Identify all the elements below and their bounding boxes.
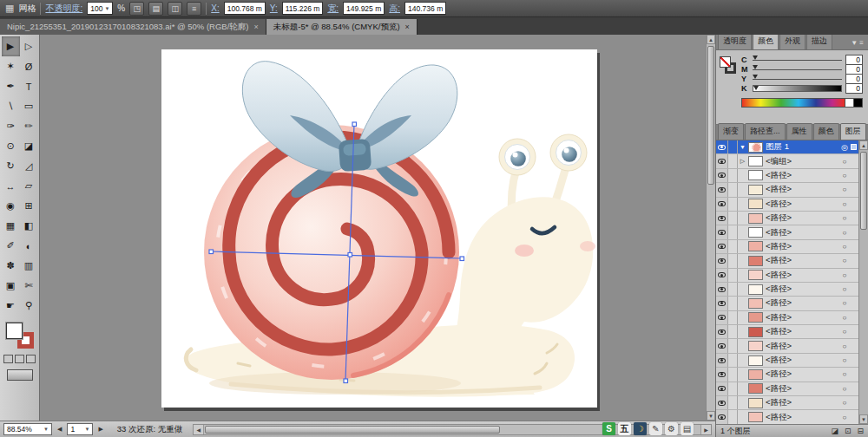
lock-toggle[interactable] [728, 154, 738, 167]
layer-label[interactable]: <路径> [766, 383, 838, 395]
target-circle-icon[interactable]: ◎ [838, 143, 851, 152]
fill-color-swatch[interactable] [6, 323, 23, 339]
lock-toggle[interactable] [728, 410, 738, 423]
layer-label[interactable]: <路径> [766, 397, 838, 408]
layer-label[interactable]: <路径> [766, 170, 838, 181]
visibility-toggle[interactable] [716, 325, 728, 338]
target-circle-icon[interactable]: ○ [838, 399, 851, 407]
target-circle-icon[interactable]: ○ [838, 328, 851, 336]
scroll-left-icon[interactable]: ◀ [194, 425, 204, 434]
new-layer-icon[interactable]: ⊡ [845, 427, 852, 435]
visibility-toggle[interactable] [716, 382, 728, 395]
lock-toggle[interactable] [728, 240, 738, 253]
channel-slider[interactable] [753, 55, 842, 63]
white-swatch[interactable] [845, 98, 854, 108]
channel-slider[interactable] [753, 85, 842, 92]
height-label[interactable]: 高: [389, 3, 400, 15]
y-label[interactable]: Y: [270, 3, 278, 13]
width-label[interactable]: 宽: [327, 3, 339, 15]
align-options-icon[interactable]: ≡ [187, 2, 201, 16]
column-graph-tool[interactable]: ▥ [20, 256, 38, 276]
path-row[interactable]: <路径>○ [716, 225, 858, 239]
canvas-area[interactable]: ▲ ▼ [40, 35, 715, 421]
style-icon[interactable]: ◳ [129, 2, 144, 16]
vertical-scroll-thumb[interactable] [707, 46, 714, 185]
lock-toggle[interactable] [728, 140, 738, 153]
delete-layer-icon[interactable]: ⊟ [857, 427, 864, 435]
target-circle-icon[interactable]: ○ [838, 200, 851, 208]
draw-inside-button[interactable] [26, 355, 36, 363]
lock-toggle[interactable] [728, 396, 738, 409]
layer-label[interactable]: <路径> [766, 199, 838, 210]
artboard-number-select[interactable]: 1 ▼ [67, 423, 93, 435]
target-circle-icon[interactable]: ○ [838, 414, 851, 421]
color-group-tab-4[interactable]: 描边 [806, 33, 832, 49]
opacity-label[interactable]: 不透明度: [45, 3, 82, 15]
layer-label[interactable]: <编组> [766, 156, 838, 167]
target-circle-icon[interactable]: ○ [838, 257, 851, 264]
first-artboard-icon[interactable]: ◀ [56, 426, 63, 433]
scroll-down-icon[interactable]: ▼ [859, 414, 868, 424]
lasso-tool[interactable]: Ø [20, 56, 38, 76]
blob-brush-tool[interactable]: ⊙ [2, 136, 20, 156]
scroll-down-icon[interactable]: ▼ [707, 411, 715, 421]
artboard-tool[interactable]: ▣ [2, 276, 20, 296]
lock-toggle[interactable] [728, 212, 738, 225]
target-circle-icon[interactable]: ○ [838, 342, 851, 350]
lock-toggle[interactable] [728, 254, 738, 267]
chevron-down-icon[interactable]: ▼ [104, 6, 109, 11]
lock-toggle[interactable] [728, 368, 738, 381]
target-circle-icon[interactable]: ○ [838, 229, 851, 237]
layer-label[interactable]: <路径> [766, 326, 838, 337]
vertical-scrollbar[interactable]: ▲ ▼ [706, 35, 715, 421]
lock-toggle[interactable] [728, 382, 738, 395]
path-row[interactable]: <路径>○ [716, 311, 858, 325]
shape-builder-tool[interactable]: ◉ [2, 196, 20, 216]
layers-group-tab-3[interactable]: 属性 [786, 123, 812, 140]
fill-mini-swatch[interactable] [720, 56, 731, 68]
visibility-toggle[interactable] [716, 396, 728, 409]
lock-toggle[interactable] [728, 339, 738, 352]
type-tool[interactable]: T [20, 76, 38, 96]
target-circle-icon[interactable]: ○ [838, 356, 851, 364]
group-row[interactable]: ▷<编组>○ [716, 154, 858, 168]
path-row[interactable]: <路径>○ [716, 325, 858, 339]
visibility-toggle[interactable] [716, 198, 728, 211]
make-clipping-mask-icon[interactable]: ◪ [831, 427, 838, 435]
pencil-tool[interactable]: ✏ [20, 116, 38, 136]
lock-toggle[interactable] [728, 311, 738, 324]
selection-tool[interactable]: ▶ [2, 36, 20, 56]
path-row[interactable]: <路径>○ [716, 254, 858, 268]
layer-label[interactable]: <路径> [766, 227, 838, 238]
blend-tool[interactable]: ◐ [20, 236, 38, 256]
visibility-toggle[interactable] [716, 269, 728, 282]
lock-toggle[interactable] [728, 325, 738, 338]
layers-group-tab-1[interactable]: 渐变 [718, 123, 744, 140]
gradient-tool[interactable]: ◧ [20, 216, 38, 236]
close-tab-icon[interactable]: × [253, 23, 258, 31]
visibility-toggle[interactable] [716, 410, 728, 423]
visibility-toggle[interactable] [716, 212, 728, 225]
layer-label[interactable]: <路径> [766, 270, 838, 281]
path-row[interactable]: <路径>○ [716, 283, 858, 297]
free-transform-tool[interactable]: ▱ [20, 176, 38, 196]
layer-row[interactable]: ▼图层 1◎ [716, 140, 858, 154]
artboard[interactable] [161, 49, 597, 408]
night-mode-icon[interactable]: ☽ [634, 422, 647, 435]
path-row[interactable]: <路径>○ [716, 410, 858, 424]
width-input[interactable]: 149.925 m [343, 2, 385, 15]
close-tab-icon[interactable]: × [405, 23, 410, 31]
document-tab[interactable]: 未标题-5* @ 88.54% (CMYK/预览)× [266, 19, 418, 35]
visibility-toggle[interactable] [716, 354, 728, 367]
mesh-tool[interactable]: ▦ [2, 216, 20, 236]
symbol-sprayer-tool[interactable]: ✽ [2, 256, 20, 276]
channel-slider[interactable] [753, 65, 842, 73]
target-circle-icon[interactable]: ○ [838, 285, 851, 293]
path-row[interactable]: <路径>○ [716, 183, 858, 197]
color-group-tab-3[interactable]: 外观 [779, 33, 806, 49]
draw-behind-button[interactable] [15, 355, 24, 363]
lock-toggle[interactable] [728, 283, 738, 296]
sogou-input-icon[interactable]: S [602, 422, 615, 435]
target-circle-icon[interactable]: ○ [838, 186, 851, 193]
visibility-toggle[interactable] [716, 140, 728, 153]
